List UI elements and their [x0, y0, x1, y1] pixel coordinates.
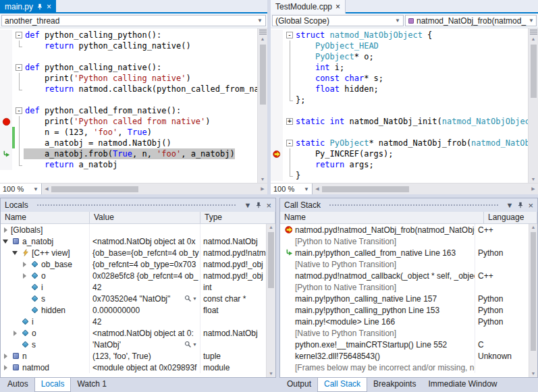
scroll-down-icon[interactable]: ▼ — [269, 370, 273, 377]
code-line[interactable] — [0, 51, 257, 62]
fold-collapse-box[interactable]: - — [286, 140, 293, 146]
scroll-left-icon[interactable]: ◀ — [313, 184, 322, 194]
chevron-down-icon[interactable]: ▼ — [192, 296, 197, 301]
locals-vertical-scrollbar[interactable]: ▲ ▼ — [266, 224, 275, 377]
scrollbar-thumb[interactable] — [322, 186, 409, 192]
scroll-right-icon[interactable]: ▶ — [529, 184, 538, 194]
callstack-frame-row[interactable]: main.py!python_calling_python Line 153Py… — [280, 304, 529, 316]
code-line[interactable]: -def python_calling_python(): — [0, 30, 257, 40]
callstack-frame-row[interactable]: kernel32.dll!75648543()Unknown — [280, 350, 529, 362]
expand-arrow[interactable] — [12, 330, 19, 337]
code-line[interactable]: -static PyObject* natmod_NatObj_frob(nat… — [271, 138, 528, 148]
fold-toggle[interactable]: - — [286, 138, 294, 148]
close-icon[interactable]: × — [528, 202, 533, 209]
pin-icon[interactable] — [255, 202, 262, 208]
column-header[interactable]: Name — [1, 212, 90, 223]
fold-collapse-box[interactable]: - — [16, 107, 22, 114]
locals-row[interactable]: s'NatObj'▼ — [1, 339, 266, 350]
fold-toggle[interactable]: - — [286, 30, 294, 40]
pin-icon[interactable] — [517, 202, 524, 208]
locals-row[interactable]: o0x028e5fc8 {ob_refcnt=4 ob_natmod.pyd!_… — [1, 270, 266, 281]
scroll-right-icon[interactable]: ▶ — [258, 184, 267, 194]
left-vertical-scrollbar[interactable]: ▲ ▼ — [257, 28, 267, 183]
code-line[interactable]: a_natobj = natmod.NatObj() — [0, 138, 257, 148]
scroll-up-icon[interactable]: ▲ — [261, 36, 265, 43]
callstack-frame-row[interactable]: natmod.pyd!natmod_callback(_object * sel… — [280, 270, 529, 281]
pin-icon[interactable] — [36, 3, 43, 10]
code-line[interactable]: return natmod.callback(python_called_fro… — [0, 84, 257, 94]
callstack-frame-row[interactable]: main.py!python_calling_native Line 157Py… — [280, 293, 529, 304]
right-horizontal-scrollbar[interactable] — [322, 184, 529, 194]
close-icon[interactable]: × — [335, 3, 340, 10]
scroll-down-icon[interactable]: ▼ — [531, 176, 536, 183]
fold-collapse-box[interactable]: - — [16, 64, 22, 71]
breakpoint-icon[interactable] — [0, 116, 12, 127]
expand-arrow[interactable] — [3, 353, 9, 360]
fold-collapse-box[interactable]: - — [286, 32, 293, 38]
locals-row[interactable]: [Globals] — [1, 224, 266, 235]
scrollbar-thumb[interactable] — [531, 45, 537, 98]
code-line[interactable] — [0, 94, 257, 105]
collapse-arrow[interactable] — [12, 250, 19, 256]
tab-immediate-window[interactable]: Immediate Window — [422, 378, 503, 392]
locals-row[interactable]: o<natmod.NatObj object at 0:natmod.NatOb… — [1, 327, 266, 339]
code-line[interactable]: a_natobj.frob(True, n, 'foo', a_natobj) — [0, 148, 257, 159]
right-code-lines[interactable]: -struct natmod_NatObjObject { PyObject_H… — [271, 28, 528, 183]
close-icon[interactable]: × — [266, 202, 271, 209]
fold-collapse-box[interactable]: - — [16, 32, 22, 38]
code-line[interactable]: Py_INCREF(args); — [271, 148, 528, 159]
callstack-vertical-scrollbar[interactable]: ▲ ▼ — [529, 224, 537, 377]
fold-toggle[interactable]: + — [286, 116, 294, 127]
fold-toggle[interactable]: - — [15, 30, 24, 40]
locals-row[interactable]: n(123, 'foo', True)tuple — [1, 350, 266, 362]
chevron-down-icon[interactable]: ▼ — [192, 342, 197, 347]
scrollbar-track[interactable] — [258, 43, 267, 176]
callstack-frame-row[interactable]: main.py!<module> Line 166Python — [280, 316, 529, 327]
scrollbar-thumb[interactable] — [268, 232, 274, 288]
expand-arrow[interactable] — [22, 261, 28, 268]
code-line[interactable]: +static int natmod_NatObj_init(natmod_Na… — [271, 116, 528, 127]
fold-toggle[interactable]: - — [15, 62, 24, 73]
magnifier-button[interactable]: ▼ — [182, 341, 197, 348]
column-header[interactable]: Value — [90, 212, 200, 223]
tab-breakpoints[interactable]: Breakpoints — [367, 378, 422, 392]
scrollbar-track[interactable] — [529, 43, 538, 176]
locals-titlebar[interactable]: Locals ▼ × — [1, 198, 275, 212]
scroll-up-icon[interactable]: ▲ — [531, 224, 536, 231]
scrollbar-grip[interactable] — [259, 30, 267, 35]
right-vertical-scrollbar[interactable]: ▲ ▼ — [528, 28, 538, 183]
code-line[interactable]: }; — [271, 94, 528, 105]
scroll-up-icon[interactable]: ▲ — [531, 36, 536, 43]
magnifier-button[interactable]: ▼ — [182, 295, 197, 302]
callstack-titlebar[interactable]: Call Stack ▼ × — [280, 198, 537, 212]
callstack-frame-row[interactable]: [Python to Native Transition] — [280, 281, 529, 293]
callstack-frame-row[interactable]: [Frames below may be incorrect and/or mi… — [280, 362, 529, 373]
code-line[interactable]: float hidden; — [271, 84, 528, 94]
tab-watch-1[interactable]: Watch 1 — [71, 378, 113, 392]
locals-row[interactable]: hidden0.000000000float — [1, 304, 266, 316]
code-line[interactable]: n = (123, 'foo', True) — [0, 127, 257, 138]
code-line[interactable]: -def python_calling_native(): — [0, 62, 257, 73]
code-line[interactable]: return python_calling_native() — [0, 40, 257, 51]
locals-row[interactable]: a_natobj<natmod.NatObj object at 0xnatmo… — [1, 235, 266, 247]
calling-frame-icon[interactable] — [0, 148, 12, 159]
close-icon[interactable]: × — [47, 3, 51, 10]
scrollbar-thumb[interactable] — [260, 45, 266, 105]
expand-arrow[interactable] — [22, 273, 28, 279]
tab-testmodule-cpp[interactable]: TestModule.cpp × — [271, 0, 346, 13]
left-horizontal-scrollbar[interactable] — [51, 184, 258, 194]
code-line[interactable]: int i; — [271, 62, 528, 73]
locals-row[interactable]: natmod<module object at 0x029893fmodule — [1, 362, 266, 373]
locals-row[interactable]: [C++ view]{ob_base={ob_refcnt=4 ob_tynat… — [1, 247, 266, 258]
thread-dropdown[interactable]: another_thread ▼ — [1, 15, 266, 26]
scrollbar-track[interactable] — [267, 231, 275, 370]
zoom-control[interactable]: 100 % ▼ — [271, 184, 313, 194]
tab-output[interactable]: Output — [281, 378, 317, 392]
member-dropdown[interactable]: natmod_NatObj_frob(natmod_ ▼ — [405, 15, 537, 26]
callstack-frame-row[interactable]: [Python to Native Transition] — [280, 235, 529, 247]
code-line[interactable]: } — [271, 170, 528, 181]
tab-locals[interactable]: Locals — [34, 378, 72, 392]
tab-main-py[interactable]: main.py × — [0, 0, 56, 13]
scroll-up-icon[interactable]: ▲ — [269, 224, 273, 231]
callstack-frame-row[interactable]: [Native to Python Transition] — [280, 258, 529, 270]
